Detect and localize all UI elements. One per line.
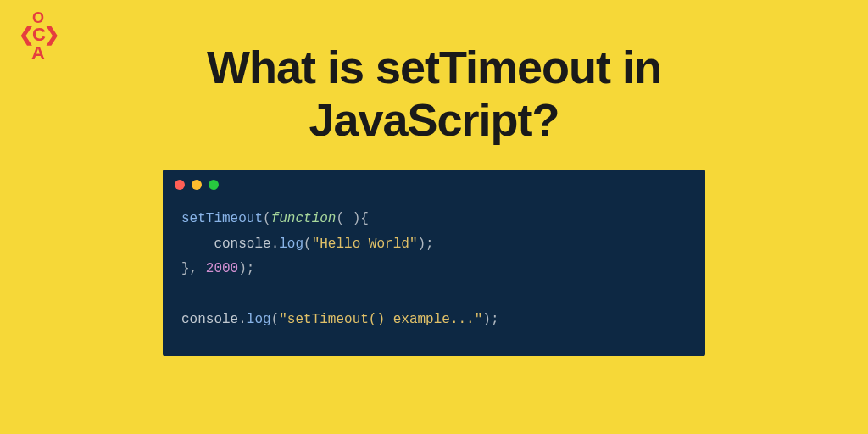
code-token: ) [417, 236, 426, 252]
title-line-1: What is setTimeout in [207, 42, 661, 92]
code-token: { [360, 211, 369, 226]
minimize-icon [192, 180, 202, 190]
code-token: log [247, 312, 271, 327]
code-token: ) [482, 312, 491, 327]
code-token: ( [263, 211, 271, 226]
code-token: , [190, 261, 206, 276]
code-token: console [181, 312, 238, 327]
code-token: "Hello World" [312, 236, 418, 252]
code-token: . [238, 312, 247, 327]
code-token: ( [271, 312, 280, 327]
title-line-2: JavaScript? [309, 94, 559, 145]
code-window: setTimeout(function( ){ console.log("Hel… [163, 170, 705, 356]
code-token: "setTimeout() example..." [279, 312, 482, 327]
code-token [181, 236, 214, 252]
code-token: ( [303, 236, 312, 252]
code-token: setTimeout [181, 211, 263, 226]
maximize-icon [209, 180, 219, 190]
close-icon [175, 180, 185, 190]
logo-middle: ❮C❯ [19, 25, 58, 44]
brand-logo: O ❮C❯ A [19, 10, 58, 63]
code-token: ; [426, 236, 434, 252]
window-titlebar [163, 170, 705, 197]
code-token: ) [238, 261, 247, 276]
code-token: function [271, 211, 337, 226]
code-token: ; [247, 261, 255, 276]
code-token: ; [491, 312, 499, 327]
code-token: . [271, 236, 280, 252]
logo-bottom: A [19, 44, 58, 63]
code-token: } [181, 261, 190, 276]
page-title: What is setTimeout in JavaScript? [0, 41, 868, 146]
code-token: ( ) [336, 211, 360, 226]
code-block: setTimeout(function( ){ console.log("Hel… [163, 197, 705, 332]
code-token: 2000 [206, 261, 238, 276]
code-token: log [279, 236, 303, 252]
code-token: console [214, 236, 270, 252]
